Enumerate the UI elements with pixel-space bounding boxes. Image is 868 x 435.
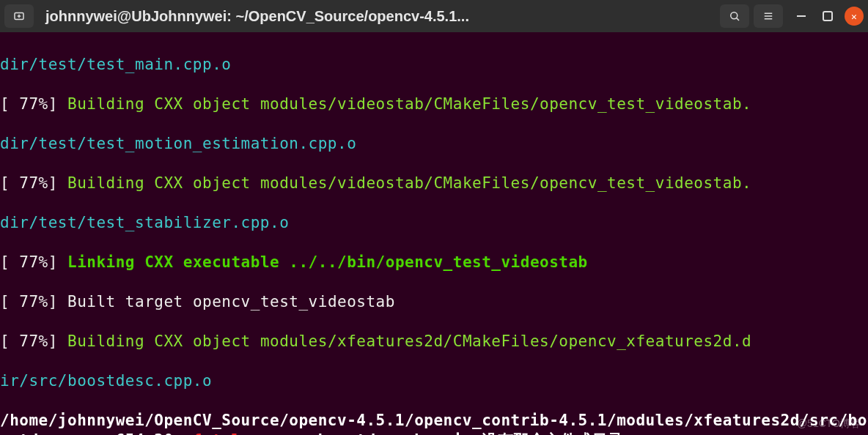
titlebar: johnnywei@UbJohnnywei: ~/OpenCV_Source/o…: [0, 0, 868, 32]
window-title: johnnywei@UbJohnnywei: ~/OpenCV_Source/o…: [38, 8, 716, 25]
minimize-button[interactable]: [792, 7, 811, 26]
output-line: [ 77%] Building CXX object modules/xfeat…: [0, 332, 868, 352]
close-button[interactable]: [845, 7, 864, 26]
output-line: ir/src/boostdesc.cpp.o: [0, 371, 868, 391]
menu-button[interactable]: [754, 4, 783, 28]
output-line: [ 77%] Building CXX object modules/video…: [0, 94, 868, 114]
output-line: dir/test/test_motion_estimation.cpp.o: [0, 134, 868, 154]
output-line: [ 77%] Building CXX object modules/video…: [0, 174, 868, 193]
error-line: /home/johnnywei/OpenCV_Source/opencv-4.5…: [0, 411, 868, 435]
output-line: [ 77%] Linking CXX executable ../../bin/…: [0, 253, 868, 272]
svg-point-3: [731, 12, 738, 19]
watermark: @51CTO博客: [797, 417, 861, 431]
maximize-button[interactable]: [823, 11, 833, 21]
terminal-output[interactable]: dir/test/test_main.cpp.o [ 77%] Building…: [0, 32, 868, 435]
output-line: [ 77%] Built target opencv_test_videosta…: [0, 292, 868, 312]
search-button[interactable]: [720, 4, 749, 28]
window-controls: [792, 7, 864, 26]
output-line: dir/test/test_main.cpp.o: [0, 55, 868, 75]
svg-line-4: [737, 18, 739, 21]
output-line: dir/test/test_stabilizer.cpp.o: [0, 213, 868, 233]
new-tab-button[interactable]: [4, 4, 34, 28]
